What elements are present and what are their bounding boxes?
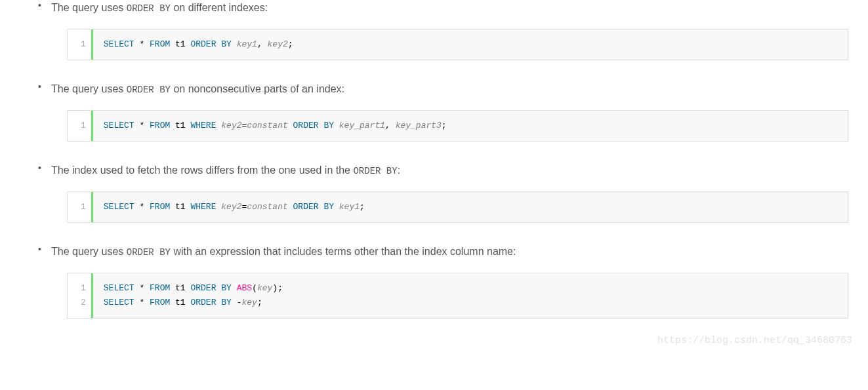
code-token: ORDER (190, 298, 216, 307)
text-post: on nonconsecutive parts of an index: (171, 83, 344, 94)
code-gutter: 1 (68, 111, 93, 141)
code-line: SELECT * FROM t1 ORDER BY key1, key2; (104, 37, 837, 52)
code-content[interactable]: SELECT * FROM t1 WHERE key2=constant ORD… (93, 192, 848, 222)
code-block: 12SELECT * FROM t1 ORDER BY ABS(key);SEL… (67, 273, 848, 319)
code-token: key2 (268, 39, 288, 49)
list-item: The query uses ORDER BY on nonconsecutiv… (33, 81, 848, 142)
inline-code: ORDER BY (127, 3, 171, 14)
code-gutter: 1 (68, 192, 93, 222)
code-token: ; (360, 202, 365, 212)
line-number: 1 (81, 37, 86, 52)
code-token: * (134, 283, 150, 293)
code-token: ; (288, 39, 293, 49)
code-content[interactable]: SELECT * FROM t1 ORDER BY key1, key2; (93, 29, 848, 60)
code-content[interactable]: SELECT * FROM t1 ORDER BY ABS(key);SELEC… (93, 273, 848, 318)
code-token: constant (247, 121, 287, 130)
code-token (334, 202, 339, 212)
code-gutter: 1 (68, 29, 93, 60)
line-number: 1 (81, 200, 86, 214)
code-line: SELECT * FROM t1 ORDER BY ABS(key); (104, 281, 837, 296)
inline-code: ORDER BY (353, 166, 397, 176)
bullet-text: The index used to fetch the rows differs… (51, 163, 848, 178)
text-post: : (398, 165, 400, 176)
code-token: ORDER (190, 39, 216, 49)
code-token: t1 (170, 39, 190, 49)
code-token: ORDER (293, 121, 319, 130)
code-token: BY (221, 298, 232, 307)
code-token: SELECT (104, 121, 134, 130)
text-pre: The query uses (51, 2, 127, 13)
code-token: key (242, 298, 257, 307)
bullet-text: The query uses ORDER BY on nonconsecutiv… (51, 81, 848, 97)
code-token: FROM (150, 298, 170, 307)
code-token: BY (221, 39, 232, 49)
code-token: , (257, 39, 268, 49)
code-block: 1SELECT * FROM t1 WHERE key2=constant OR… (67, 110, 848, 142)
code-token: ; (257, 298, 262, 307)
code-token: key2 (221, 202, 241, 212)
code-token: t1 (170, 283, 190, 293)
code-gutter: 12 (68, 273, 93, 318)
text-post: on different indexes: (171, 2, 268, 13)
code-token: FROM (150, 121, 170, 130)
code-token: * (134, 121, 150, 130)
code-token: key1 (237, 39, 257, 49)
code-token: * (134, 39, 150, 49)
code-line: SELECT * FROM t1 WHERE key2=constant ORD… (104, 200, 837, 214)
code-token: constant (247, 202, 287, 212)
line-number: 2 (81, 296, 86, 310)
code-token: BY (323, 202, 334, 212)
code-block: 1SELECT * FROM t1 WHERE key2=constant OR… (67, 191, 848, 223)
code-token: ; (442, 121, 447, 130)
code-block: 1SELECT * FROM t1 ORDER BY key1, key2; (67, 29, 848, 60)
inline-code: ORDER BY (127, 247, 171, 258)
code-token: WHERE (190, 202, 216, 212)
code-token: t1 (170, 202, 190, 212)
code-token: , (385, 121, 396, 130)
list-item: The query uses ORDER BY on different ind… (33, 0, 848, 60)
code-token: FROM (150, 202, 170, 212)
code-token (334, 121, 339, 130)
code-token: ORDER (293, 202, 319, 212)
code-token: SELECT (104, 39, 134, 49)
text-pre: The query uses (51, 246, 127, 257)
code-token: key1 (339, 202, 360, 212)
code-token: SELECT (104, 283, 134, 293)
text-post: with an expression that includes terms o… (171, 246, 516, 257)
code-token: ORDER (190, 283, 216, 293)
code-token (288, 121, 293, 130)
code-token: FROM (150, 39, 170, 49)
inline-code: ORDER BY (127, 85, 171, 95)
code-content[interactable]: SELECT * FROM t1 WHERE key2=constant ORD… (93, 111, 848, 141)
code-token: * (134, 202, 150, 212)
code-token (232, 283, 237, 293)
code-token: * (134, 298, 150, 307)
code-token: ); (272, 283, 283, 293)
text-pre: The index used to fetch the rows differs… (51, 165, 353, 176)
code-token: key2 (221, 121, 241, 130)
code-line: SELECT * FROM t1 WHERE key2=constant ORD… (104, 119, 837, 133)
list-item: The index used to fetch the rows differs… (33, 163, 848, 223)
code-token: ( (252, 283, 257, 293)
code-token (232, 39, 237, 49)
watermark-text: https://blog.csdn.net/qq_34680763 (657, 335, 852, 346)
code-token: FROM (150, 283, 170, 293)
code-token: SELECT (104, 202, 134, 212)
line-number: 1 (81, 281, 86, 296)
bullet-text: The query uses ORDER BY on different ind… (51, 0, 848, 16)
code-token: - (232, 298, 242, 307)
code-token (288, 202, 293, 212)
list-item: The query uses ORDER BY with an expressi… (33, 244, 848, 319)
code-token: BY (221, 283, 232, 293)
text-pre: The query uses (51, 83, 127, 94)
code-token: key_part3 (396, 121, 442, 130)
line-number: 1 (81, 119, 86, 133)
bullet-text: The query uses ORDER BY with an expressi… (51, 244, 848, 260)
code-token: WHERE (190, 121, 216, 130)
code-token: key (257, 283, 272, 293)
code-token: t1 (170, 298, 190, 307)
code-token: SELECT (104, 298, 134, 307)
code-line: SELECT * FROM t1 ORDER BY -key; (104, 296, 837, 310)
bullet-list: The query uses ORDER BY on different ind… (33, 0, 848, 319)
code-token: t1 (170, 121, 190, 130)
